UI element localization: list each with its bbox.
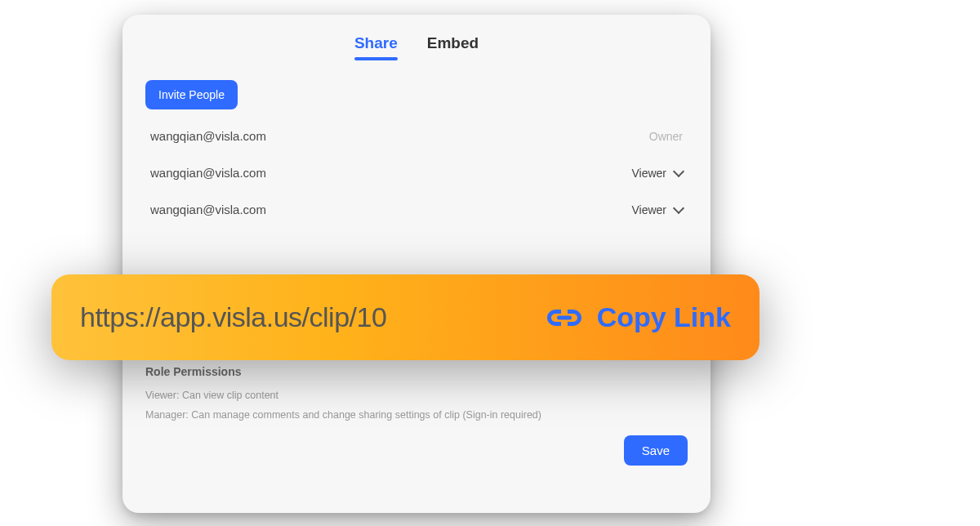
copy-link-button[interactable]: Copy Link bbox=[545, 298, 731, 337]
person-email: wangqian@visla.com bbox=[150, 166, 266, 180]
tab-embed[interactable]: Embed bbox=[427, 34, 479, 60]
person-email: wangqian@visla.com bbox=[150, 203, 266, 216]
person-email: wangqian@visla.com bbox=[150, 129, 266, 143]
role-permissions-viewer: Viewer: Can view clip content bbox=[145, 386, 688, 406]
role-permissions-manager: Manager: Can manage comments and change … bbox=[145, 406, 688, 426]
share-link-url[interactable]: https://app.visla.us/clip/10 bbox=[80, 301, 527, 333]
save-button-label: Save bbox=[642, 444, 670, 457]
tab-share[interactable]: Share bbox=[354, 34, 398, 60]
invite-people-label: Invite People bbox=[158, 88, 225, 101]
share-modal: Share Embed Invite People wangqian@visla… bbox=[122, 15, 710, 513]
invite-people-button[interactable]: Invite People bbox=[145, 80, 238, 109]
role-select-label: Viewer bbox=[631, 167, 666, 180]
person-row: wangqian@visla.com Viewer bbox=[145, 154, 688, 191]
role-select-label: Viewer bbox=[631, 203, 666, 216]
copy-link-bar: https://app.visla.us/clip/10 Copy Link bbox=[51, 274, 760, 360]
link-icon bbox=[545, 298, 584, 337]
people-list: wangqian@visla.com Owner wangqian@visla.… bbox=[145, 118, 688, 228]
role-permissions: Role Permissions Viewer: Can view clip c… bbox=[145, 365, 688, 426]
save-button[interactable]: Save bbox=[624, 435, 688, 466]
svg-rect-0 bbox=[557, 315, 572, 319]
person-row: wangqian@visla.com Viewer bbox=[145, 191, 688, 228]
tab-embed-label: Embed bbox=[427, 34, 479, 51]
person-row: wangqian@visla.com Owner bbox=[145, 118, 688, 154]
chevron-down-icon bbox=[673, 202, 684, 213]
role-select[interactable]: Viewer bbox=[631, 203, 683, 216]
role-select[interactable]: Viewer bbox=[631, 167, 683, 180]
copy-link-label: Copy Link bbox=[597, 301, 731, 333]
role-permissions-title: Role Permissions bbox=[145, 365, 688, 378]
save-row: Save bbox=[145, 435, 688, 466]
tab-share-label: Share bbox=[354, 34, 398, 51]
role-owner-label: Owner bbox=[649, 130, 683, 143]
tabs: Share Embed bbox=[145, 15, 688, 60]
chevron-down-icon bbox=[673, 165, 684, 176]
